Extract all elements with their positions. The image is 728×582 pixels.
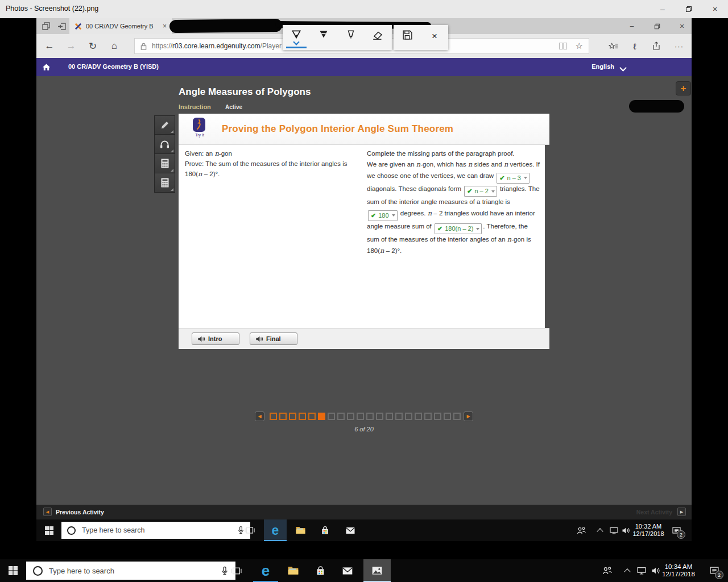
save-button[interactable] bbox=[394, 25, 421, 50]
file-explorer-button[interactable] bbox=[290, 519, 311, 541]
start-button[interactable] bbox=[1, 559, 25, 582]
people-icon[interactable] bbox=[597, 559, 618, 582]
edge-taskbar-button[interactable]: e bbox=[265, 519, 286, 541]
restore-button[interactable] bbox=[676, 0, 702, 18]
previous-page-button[interactable]: ◀ bbox=[255, 411, 264, 421]
tray-date: 12/17/2018 bbox=[655, 571, 702, 578]
pagination-square[interactable] bbox=[279, 413, 287, 420]
pagination-square[interactable] bbox=[366, 413, 374, 420]
answer-dropdown[interactable]: ✔180 bbox=[368, 210, 398, 221]
redaction-scribble bbox=[169, 19, 282, 33]
pagination-square[interactable] bbox=[328, 413, 335, 420]
answer-dropdown[interactable]: ✔n – 3 bbox=[497, 173, 530, 184]
pagination-square[interactable] bbox=[299, 413, 306, 420]
edge-taskbar-button[interactable]: e bbox=[254, 559, 277, 582]
pagination-square[interactable] bbox=[347, 413, 354, 420]
edge-restore-button[interactable] bbox=[645, 18, 669, 34]
search-placeholder: Type here to search bbox=[82, 526, 237, 534]
highlighter-tool-button[interactable] bbox=[154, 115, 175, 135]
previous-activity-button[interactable]: ◀ bbox=[43, 508, 52, 516]
close-toolbar-button[interactable]: × bbox=[421, 25, 448, 50]
pagination-square[interactable] bbox=[444, 413, 451, 420]
intro-audio-button[interactable]: Intro bbox=[192, 332, 239, 345]
tab-active[interactable]: Active bbox=[225, 104, 242, 110]
reading-view-icon[interactable] bbox=[559, 42, 568, 50]
action-center-icon[interactable]: 2 bbox=[667, 519, 686, 541]
tab-instruction[interactable]: Instruction bbox=[179, 103, 211, 110]
lms-home-button[interactable] bbox=[36, 58, 56, 76]
forward-button[interactable]: → bbox=[60, 34, 82, 58]
minimize-button[interactable]: – bbox=[650, 0, 676, 18]
tab-close-icon[interactable]: × bbox=[163, 22, 167, 30]
text-run: – 2)°. bbox=[202, 171, 220, 177]
chevron-down-icon bbox=[476, 228, 479, 230]
photos-taskbar-button[interactable] bbox=[366, 559, 388, 582]
proof-paragraph: We are given an n-gon, which has n sides… bbox=[367, 159, 540, 256]
web-note-icon[interactable]: ℓ bbox=[624, 34, 645, 58]
windows-logo-icon bbox=[45, 526, 53, 535]
url-text: https://r03.core.learn.edgenuity.com/Pla… bbox=[152, 42, 282, 50]
more-options-icon[interactable]: ··· bbox=[669, 34, 689, 58]
pagination-square[interactable] bbox=[357, 413, 364, 420]
panel-scroll-strip[interactable] bbox=[545, 145, 549, 328]
tray-clock[interactable]: 10:32 AM 12/17/2018 bbox=[626, 523, 671, 538]
refresh-button[interactable]: ↻ bbox=[82, 34, 104, 58]
pagination-square[interactable] bbox=[386, 413, 393, 420]
store-button[interactable] bbox=[309, 559, 332, 582]
graphing-calculator-tool-button[interactable] bbox=[154, 173, 175, 193]
pagination-square[interactable] bbox=[434, 413, 441, 420]
pagination-square[interactable] bbox=[453, 413, 461, 420]
mail-button[interactable] bbox=[336, 559, 359, 582]
back-button[interactable]: ← bbox=[39, 34, 60, 58]
pagination-square[interactable] bbox=[376, 413, 383, 420]
add-favorite-star-icon[interactable]: ☆ bbox=[576, 41, 583, 51]
search-input[interactable]: Type here to search bbox=[26, 562, 235, 580]
pencil-button[interactable] bbox=[310, 25, 337, 50]
store-button[interactable] bbox=[315, 519, 335, 541]
pagination-square[interactable] bbox=[337, 413, 345, 420]
close-icon: × bbox=[432, 29, 437, 41]
tray-clock[interactable]: 10:34 AM 12/17/2018 bbox=[655, 563, 702, 578]
pagination-square[interactable] bbox=[415, 413, 422, 420]
mail-button[interactable] bbox=[340, 519, 361, 541]
pen-group bbox=[283, 25, 392, 50]
home-button[interactable]: ⌂ bbox=[104, 34, 125, 58]
pagination-square[interactable] bbox=[395, 413, 403, 420]
task-view-button[interactable] bbox=[225, 559, 247, 582]
calligraphy-pen-button[interactable] bbox=[337, 25, 365, 50]
start-button[interactable] bbox=[39, 519, 59, 541]
next-activity-button[interactable]: ▶ bbox=[677, 508, 686, 516]
browser-tab[interactable]: 00 CR/ADV Geometry B × bbox=[69, 18, 172, 34]
edge-minimize-button[interactable]: – bbox=[620, 18, 644, 34]
panel-footer: Intro Final bbox=[179, 328, 549, 349]
action-center-icon[interactable]: 2 bbox=[704, 559, 725, 582]
search-input[interactable]: Type here to search bbox=[61, 522, 250, 539]
pagination-square[interactable] bbox=[270, 413, 277, 420]
add-button[interactable]: + bbox=[676, 81, 691, 95]
set-tabs-aside-icon[interactable] bbox=[57, 21, 67, 31]
answer-dropdown[interactable]: ✔180(n – 2) bbox=[435, 223, 482, 234]
people-icon[interactable] bbox=[571, 519, 592, 541]
pagination-square[interactable] bbox=[405, 413, 412, 420]
calculator-tool-button[interactable] bbox=[154, 154, 175, 173]
pagination-square[interactable] bbox=[318, 413, 325, 420]
answer-dropdown[interactable]: ✔n – 2 bbox=[464, 186, 497, 197]
task-view-button[interactable] bbox=[239, 519, 260, 541]
final-audio-button[interactable]: Final bbox=[250, 332, 297, 345]
audio-tool-button[interactable] bbox=[154, 135, 175, 154]
ballpoint-pen-button[interactable] bbox=[283, 25, 310, 50]
pagination-square[interactable] bbox=[424, 413, 432, 420]
file-explorer-button[interactable] bbox=[282, 559, 304, 582]
pagination-square[interactable] bbox=[308, 413, 316, 420]
tabs-set-aside-icon[interactable] bbox=[41, 21, 51, 31]
eraser-button[interactable] bbox=[365, 25, 392, 50]
share-icon[interactable] bbox=[646, 34, 667, 58]
edge-close-button[interactable]: × bbox=[670, 18, 694, 34]
close-button[interactable]: × bbox=[702, 0, 728, 18]
tray-date: 12/17/2018 bbox=[626, 530, 671, 538]
next-page-button[interactable]: ▶ bbox=[464, 411, 473, 421]
language-selector[interactable]: English bbox=[592, 63, 614, 70]
favorites-hub-icon[interactable] bbox=[603, 34, 623, 58]
pagination-square[interactable] bbox=[289, 413, 296, 420]
mail-icon bbox=[345, 526, 355, 535]
